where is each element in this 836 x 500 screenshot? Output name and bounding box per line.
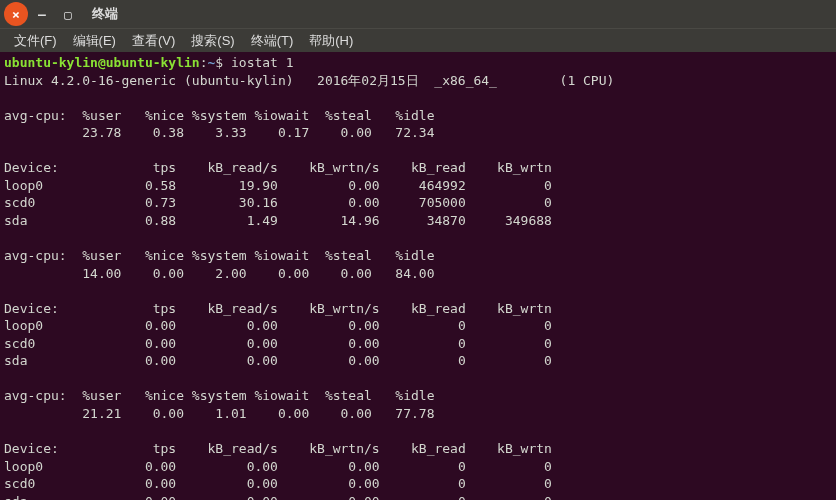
device-row: sda 0.00 0.00 0.00 0 0	[4, 494, 552, 500]
menu-view[interactable]: 查看(V)	[124, 32, 183, 50]
prompt-colon: :	[200, 55, 208, 70]
cpu-row: 23.78 0.38 3.33 0.17 0.00 72.34	[4, 125, 434, 140]
device-row: loop0 0.00 0.00 0.00 0 0	[4, 459, 552, 474]
system-line: Linux 4.2.0-16-generic (ubuntu-kylin) 20…	[4, 73, 614, 88]
device-row: scd0 0.00 0.00 0.00 0 0	[4, 336, 552, 351]
menu-file[interactable]: 文件(F)	[6, 32, 65, 50]
device-header: Device: tps kB_read/s kB_wrtn/s kB_read …	[4, 441, 552, 456]
device-row: loop0 0.00 0.00 0.00 0 0	[4, 318, 552, 333]
device-row: sda 0.88 1.49 14.96 34870 349688	[4, 213, 552, 228]
device-row: scd0 0.00 0.00 0.00 0 0	[4, 476, 552, 491]
cpu-header: avg-cpu: %user %nice %system %iowait %st…	[4, 248, 434, 263]
device-header: Device: tps kB_read/s kB_wrtn/s kB_read …	[4, 160, 552, 175]
menu-search[interactable]: 搜索(S)	[183, 32, 242, 50]
close-icon[interactable]: ×	[4, 2, 28, 26]
prompt-command: iostat 1	[231, 55, 294, 70]
cpu-header: avg-cpu: %user %nice %system %iowait %st…	[4, 388, 434, 403]
prompt-dollar: $	[215, 55, 231, 70]
terminal-output[interactable]: ubuntu-kylin@ubuntu-kylin:~$ iostat 1 Li…	[0, 52, 836, 500]
cpu-header: avg-cpu: %user %nice %system %iowait %st…	[4, 108, 434, 123]
menu-terminal[interactable]: 终端(T)	[243, 32, 302, 50]
window-titlebar: × – ▢ 终端	[0, 0, 836, 28]
cpu-row: 14.00 0.00 2.00 0.00 0.00 84.00	[4, 266, 434, 281]
device-row: sda 0.00 0.00 0.00 0 0	[4, 353, 552, 368]
menubar: 文件(F) 编辑(E) 查看(V) 搜索(S) 终端(T) 帮助(H)	[0, 28, 836, 52]
window-title: 终端	[92, 5, 118, 23]
device-header: Device: tps kB_read/s kB_wrtn/s kB_read …	[4, 301, 552, 316]
device-row: loop0 0.58 19.90 0.00 464992 0	[4, 178, 552, 193]
maximize-icon[interactable]: ▢	[56, 2, 80, 26]
menu-edit[interactable]: 编辑(E)	[65, 32, 124, 50]
device-row: scd0 0.73 30.16 0.00 705000 0	[4, 195, 552, 210]
prompt-user-host: ubuntu-kylin@ubuntu-kylin	[4, 55, 200, 70]
cpu-row: 21.21 0.00 1.01 0.00 0.00 77.78	[4, 406, 434, 421]
minimize-icon[interactable]: –	[30, 2, 54, 26]
menu-help[interactable]: 帮助(H)	[301, 32, 361, 50]
